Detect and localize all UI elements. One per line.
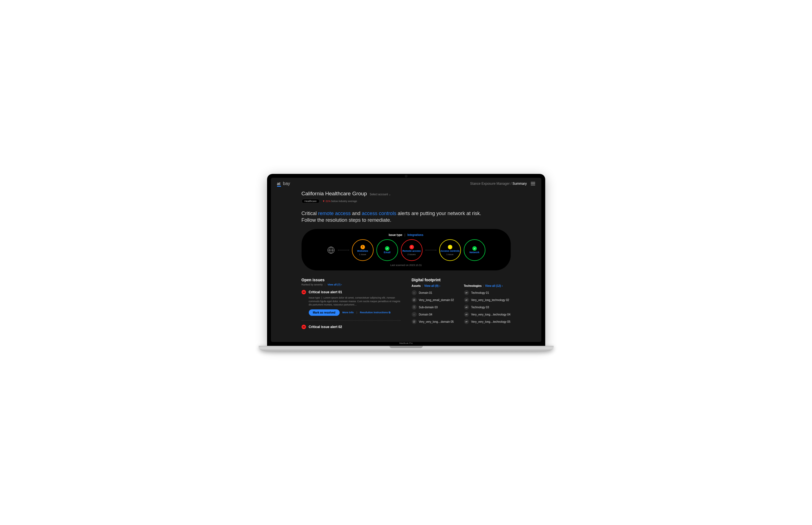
open-issues-title: Open issues [302,278,401,282]
asset-name: Very_very_long…domain 05 [419,320,454,323]
asset-name: Domain 01 [419,291,432,294]
open-issues-sub: Ranked by severity | View all (7) [302,283,401,286]
domain-icon: ⌂ [412,312,417,317]
check-icon: ✓ [385,246,389,251]
minus-icon: – [409,245,414,249]
headline-pre: Critical [302,211,318,216]
asset-name: Domain 04 [419,313,432,316]
issue-title: Critical issue alert 01 [309,290,342,294]
circle-label: Network [469,251,480,254]
view-all-issues[interactable]: View all (7) [327,283,342,286]
connector-dots [425,250,436,250]
tab-sep: | [405,234,405,237]
tech-list: ⇄Technology 01 ⇄Very_very_long_technolog… [464,290,511,324]
circle-websites[interactable]: ! Websites 1 issue [352,239,374,261]
issue-item: Critical issue alert 01 Issue type | Lor… [302,290,401,316]
digital-footprint-section: Digital footprint Assets | View all (9) … [412,278,511,329]
asset-name: Very_long_email_domain 02 [419,299,454,302]
last-scanned: Last scanned on 2023.10.31 [315,264,497,267]
circles-row: ! Websites 1 issue ✓ Email – Remote acce… [315,239,497,261]
account-title: California Healthcare Group [302,191,367,197]
list-item[interactable]: ⇄Technology 03 [464,305,511,310]
list-item[interactable]: ⌂Domain 04 [412,312,458,317]
circle-access-controls[interactable]: : Access controls 1 issue [439,239,461,261]
tab-integrations[interactable]: Integrations [407,234,423,237]
list-item[interactable]: ⇄Very_very_long…technology 04 [464,312,511,317]
headline: Critical remote access and access contro… [302,210,496,224]
down-arrow-icon: ▼ [322,200,326,202]
mark-resolved-button[interactable]: Mark as resolved [309,310,340,316]
email-icon: @ [412,319,417,324]
account-meta: Healthcare ▼ 21% below industry average [302,199,511,204]
tech-icon: ⇄ [464,305,469,310]
list-item[interactable]: @Very_very_long…domain 05 [412,319,458,324]
critical-icon [302,290,306,294]
account-row: California Healthcare Group Select accou… [302,191,511,197]
footprint-title: Digital footprint [412,278,511,282]
issue-actions: Mark as resolved More info Resolution in… [309,310,401,316]
tech-header: Technologies | View all (12) [464,284,511,287]
laptop-frame: at bay Stance Exposure Manager / Summary [267,174,545,351]
circle-network[interactable]: ✓ Network [464,239,485,261]
circle-label: Email [384,251,390,254]
dots-icon: : [448,245,452,249]
tech-icon: ⇄ [464,290,469,295]
app-viewport: at bay Stance Exposure Manager / Summary [271,178,541,342]
issue-title: Critical issue alert 02 [309,325,342,329]
resolution-instructions-link[interactable]: Resolution instructions [356,311,390,314]
circle-remote-access[interactable]: – Remote access 2 issues [401,239,423,261]
header-right: Stance Exposure Manager / Summary [470,182,535,185]
industry-pill: Healthcare [302,199,320,204]
tech-name: Very_very_long…technology 04 [471,313,510,316]
headline-mid: and [351,211,362,216]
issue-body: Issue type | Lorem ipsum dolor sit amet,… [309,296,401,316]
app-header: at bay Stance Exposure Manager / Summary [271,178,541,190]
critical-icon [302,325,306,329]
laptop-bezel: at bay Stance Exposure Manager / Summary [267,174,545,346]
view-all-tech[interactable]: View all (12) [485,284,503,287]
email-icon: @ [412,297,417,302]
issue-divider [302,320,401,321]
main-content: California Healthcare Group Select accou… [271,190,541,335]
camera-notch [405,175,407,178]
tab-issue-type[interactable]: Issue type [389,234,402,237]
list-item[interactable]: ☰Sub-domain 03 [412,305,458,310]
select-account[interactable]: Select account [370,193,391,196]
list-item[interactable]: ⇄Technology 01 [464,290,511,295]
list-item[interactable]: @Very_long_email_domain 02 [412,297,458,302]
list-item[interactable]: ⇄Very_very_long_technology 02 [464,297,511,302]
breadcrumb-parent[interactable]: Stance Exposure Manager [470,182,510,185]
issue-head[interactable]: Critical issue alert 02 [302,325,401,329]
delta-percent: 21% [326,200,330,202]
issue-type-label: Issue type [309,296,320,299]
laptop-base [259,346,554,351]
open-issues-section: Open issues Ranked by severity | View al… [302,278,401,329]
issue-head[interactable]: Critical issue alert 01 [302,290,401,294]
issue-type-module: Issue type | Integrations ! Websites 1 i… [302,229,511,270]
issue-item: Critical issue alert 02 [302,325,401,329]
list-item[interactable]: ⌂Domain 01 [412,290,458,295]
logo[interactable]: at bay [277,181,290,186]
circle-label: Websites [357,250,368,253]
tech-name: Technology 01 [471,291,489,294]
ranked-label: Ranked by severity [302,283,323,286]
assets-column: Assets | View all (9) ⌂Domain 01 @Very_l… [412,283,458,324]
breadcrumb: Stance Exposure Manager / Summary [470,182,527,185]
logo-at: at [277,181,281,186]
assets-list: ⌂Domain 01 @Very_long_email_domain 02 ☰S… [412,290,458,324]
more-info-link[interactable]: More info [343,311,354,314]
logo-bay: bay [283,181,290,186]
headline-link-remote[interactable]: remote access [318,211,351,216]
delta-text: ▼ 21% below industry average [322,200,357,202]
view-all-assets[interactable]: View all (9) [424,284,440,287]
list-item[interactable]: ⇄Very_very_long…technology 05 [464,319,511,324]
circle-sub: 2 issues [407,253,416,256]
tech-name: Very_very_long…technology 05 [471,320,510,323]
issue-meta: Issue type | Lorem ipsum dolor sit amet,… [309,296,401,306]
menu-icon[interactable] [531,182,535,185]
circles-tabs: Issue type | Integrations [315,234,497,237]
headline-link-access[interactable]: access controls [362,211,396,216]
tech-icon: ⇄ [464,312,469,317]
breadcrumb-current: Summary [512,182,527,185]
circle-email[interactable]: ✓ Email [376,239,398,261]
